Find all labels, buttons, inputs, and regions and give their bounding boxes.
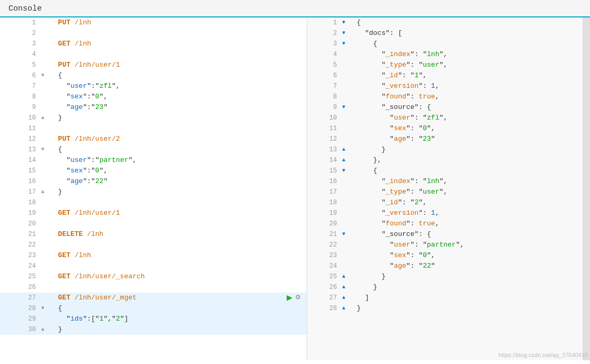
fold-button[interactable]: ▲ bbox=[341, 282, 354, 293]
code-line-content bbox=[56, 240, 307, 250]
line-number: 2 bbox=[307, 28, 341, 39]
fold-button[interactable]: ▼ bbox=[40, 303, 56, 314]
code-line-content: "user":"partner", bbox=[56, 155, 307, 166]
code-line-content: { bbox=[354, 166, 590, 176]
fold-button[interactable]: ▼ bbox=[341, 39, 354, 49]
right-line-row: 3▼ { bbox=[307, 39, 590, 49]
fold-button bbox=[40, 261, 56, 271]
left-line-row: 20 bbox=[0, 219, 307, 229]
left-line-row: 22 bbox=[0, 240, 307, 250]
right-line-row: 27▲ ] bbox=[307, 293, 590, 303]
fold-button bbox=[40, 123, 56, 134]
line-number: 3 bbox=[0, 39, 40, 49]
code-line-content: "user":"zfl", bbox=[56, 81, 307, 92]
code-line-content: { bbox=[354, 39, 590, 49]
fold-button[interactable]: ▲ bbox=[341, 271, 354, 282]
right-line-row: 8 "found": true, bbox=[307, 92, 590, 102]
line-number: 7 bbox=[307, 81, 341, 92]
code-line-content: "_id": "2", bbox=[354, 197, 590, 208]
fold-button[interactable]: ▲ bbox=[341, 303, 354, 314]
left-line-row: 15 "sex":"0", bbox=[0, 166, 307, 176]
fold-button bbox=[40, 293, 56, 303]
fold-button bbox=[40, 28, 56, 39]
fold-button bbox=[40, 176, 56, 187]
left-line-row: 17▲} bbox=[0, 187, 307, 197]
line-number: 29 bbox=[0, 314, 40, 324]
line-number: 17 bbox=[307, 187, 341, 197]
fold-button[interactable]: ▼ bbox=[40, 70, 56, 81]
line-number: 10 bbox=[307, 113, 341, 123]
left-line-row: 26 bbox=[0, 282, 307, 293]
code-line-content: } bbox=[354, 271, 590, 282]
line-number: 21 bbox=[307, 229, 341, 240]
line-number: 27 bbox=[0, 293, 40, 303]
fold-button[interactable]: ▲ bbox=[341, 293, 354, 303]
code-line-content: "age": "22" bbox=[354, 261, 590, 271]
fold-button[interactable]: ▲ bbox=[40, 113, 56, 123]
right-line-row: 13▲ } bbox=[307, 144, 590, 155]
fold-button bbox=[40, 208, 56, 219]
line-number: 7 bbox=[0, 81, 40, 92]
fold-button bbox=[341, 250, 354, 261]
fold-button bbox=[341, 240, 354, 250]
line-number: 28 bbox=[307, 303, 341, 314]
line-number: 19 bbox=[0, 208, 40, 219]
code-line-content bbox=[56, 49, 307, 60]
code-line-content: { bbox=[354, 17, 590, 28]
code-line-content bbox=[56, 28, 307, 39]
code-line-content: "_index": "lnh", bbox=[354, 176, 590, 187]
left-line-row: 7 "user":"zfl", bbox=[0, 81, 307, 92]
right-line-row: 28▲} bbox=[307, 303, 590, 314]
right-line-row: 19 "_version": 1, bbox=[307, 208, 590, 219]
right-line-row: 7 "_version": 1, bbox=[307, 81, 590, 92]
fold-button bbox=[40, 39, 56, 49]
right-line-row: 2▼ "docs": [ bbox=[307, 28, 590, 39]
left-line-row: 4 bbox=[0, 49, 307, 60]
fold-button[interactable]: ▼ bbox=[341, 102, 354, 113]
left-line-row: 10▲} bbox=[0, 113, 307, 123]
fold-button bbox=[40, 271, 56, 282]
header: Console bbox=[0, 0, 590, 17]
fold-button[interactable]: ▼ bbox=[341, 28, 354, 39]
line-number: 23 bbox=[307, 250, 341, 261]
wrench-button[interactable]: ⚙ bbox=[296, 293, 300, 303]
left-line-row: 21DELETE /lnh bbox=[0, 229, 307, 240]
fold-button bbox=[341, 81, 354, 92]
fold-button[interactable]: ▲ bbox=[40, 324, 56, 335]
fold-button[interactable]: ▲ bbox=[341, 155, 354, 166]
fold-button bbox=[40, 282, 56, 293]
right-line-row: 26▲ } bbox=[307, 282, 590, 293]
right-line-row: 16 "_index": "lnh", bbox=[307, 176, 590, 187]
line-number: 17 bbox=[0, 187, 40, 197]
fold-button[interactable]: ▼ bbox=[341, 229, 354, 240]
line-number: 14 bbox=[0, 155, 40, 166]
code-line-content: "sex":"0", bbox=[56, 92, 307, 102]
fold-button[interactable]: ▼ bbox=[40, 144, 56, 155]
fold-button[interactable]: ▲ bbox=[341, 144, 354, 155]
line-number: 13 bbox=[307, 144, 341, 155]
line-number: 20 bbox=[307, 219, 341, 229]
line-number: 26 bbox=[307, 282, 341, 293]
left-line-row: 3GET /lnh bbox=[0, 39, 307, 49]
code-line-content: "sex": "0", bbox=[354, 123, 590, 134]
play-button[interactable]: ▶ bbox=[287, 293, 292, 303]
code-line-content: ] bbox=[354, 293, 590, 303]
line-number: 11 bbox=[0, 123, 40, 134]
fold-button[interactable]: ▲ bbox=[40, 187, 56, 197]
left-line-row: 28▼{ bbox=[0, 303, 307, 314]
code-line-content: GET /lnh/user/_mget▶⚙ bbox=[56, 293, 307, 303]
left-line-row: 16 "age":"22" bbox=[0, 176, 307, 187]
left-line-row: 6▼{ bbox=[0, 70, 307, 81]
fold-button bbox=[40, 240, 56, 250]
code-line-content: "docs": [ bbox=[354, 28, 590, 39]
fold-button bbox=[40, 166, 56, 176]
code-line-content: } bbox=[56, 113, 307, 123]
right-line-row: 24 "age": "22" bbox=[307, 261, 590, 271]
code-line-content bbox=[56, 219, 307, 229]
line-number: 25 bbox=[307, 271, 341, 282]
fold-button[interactable]: ▼ bbox=[341, 166, 354, 176]
code-line-content: DELETE /lnh bbox=[56, 229, 307, 240]
left-line-row: 1PUT /lnh bbox=[0, 17, 307, 28]
fold-button[interactable]: ▼ bbox=[341, 17, 354, 28]
left-line-row: 8 "sex":"0", bbox=[0, 92, 307, 102]
